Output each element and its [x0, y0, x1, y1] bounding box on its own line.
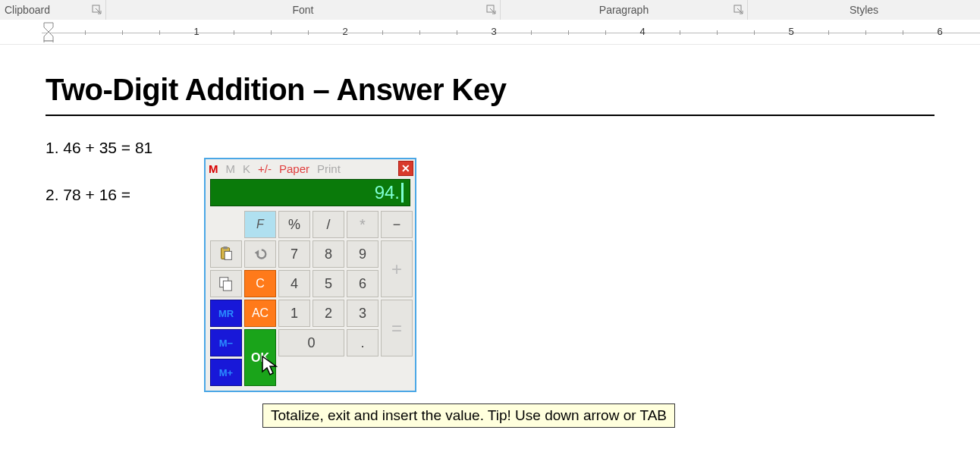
calc-menu-k[interactable]: K	[243, 162, 250, 175]
undo-icon[interactable]	[244, 240, 276, 268]
document-body[interactable]: Two-Digit Addition – Answer Key 1. 46 + …	[46, 73, 934, 232]
calculator-display-value: 94.	[375, 182, 400, 203]
dialog-launcher-icon[interactable]	[486, 5, 497, 15]
key-1[interactable]: 1	[278, 300, 310, 327]
key-allclear[interactable]: AC	[244, 300, 276, 327]
ribbon-group-label: Clipboard	[5, 4, 50, 16]
key-clear[interactable]: C	[244, 270, 276, 297]
key-divide[interactable]: /	[313, 211, 344, 238]
key-0[interactable]: 0	[278, 329, 344, 356]
paste-icon[interactable]	[210, 240, 242, 268]
ribbon-group-font: Font	[106, 0, 501, 20]
dialog-launcher-icon[interactable]	[733, 5, 744, 15]
key-4[interactable]: 4	[278, 270, 310, 297]
key-7[interactable]: 7	[278, 240, 310, 268]
key-6[interactable]: 6	[347, 270, 378, 297]
svg-rect-8	[225, 251, 231, 259]
key-8[interactable]: 8	[313, 240, 344, 268]
key-5[interactable]: 5	[313, 270, 344, 297]
ribbon-group-label: Font	[292, 4, 313, 16]
svg-rect-5	[44, 41, 53, 42]
calc-menu-print[interactable]: Print	[317, 162, 341, 175]
ruler-tick-label: 3	[491, 26, 496, 37]
ruler-tick-label: 1	[193, 26, 199, 37]
tooltip: Totalize, exit and insert the value. Tip…	[262, 403, 675, 428]
display-cursor	[401, 183, 404, 203]
ruler-tick-label: 5	[788, 26, 793, 37]
copy-icon[interactable]	[210, 270, 242, 297]
spacer	[210, 211, 242, 238]
key-f[interactable]: F	[244, 211, 276, 238]
calculator-display: 94.	[210, 179, 410, 206]
page-title: Two-Digit Addition – Answer Key	[46, 73, 934, 116]
close-icon[interactable]: ✕	[398, 161, 413, 176]
ribbon-group-label: Paragraph	[599, 4, 649, 16]
key-mr[interactable]: MR	[210, 300, 242, 327]
calculator-popup[interactable]: M M K +/- Paper Print ✕ 94. F % / * − 7 …	[204, 158, 416, 392]
svg-rect-7	[223, 246, 228, 250]
calc-menu-m[interactable]: M	[209, 162, 218, 175]
ruler-tick-label: 6	[937, 26, 942, 37]
ribbon-group-paragraph: Paragraph	[501, 0, 748, 20]
line-1: 1. 46 + 35 = 81	[46, 137, 934, 159]
calculator-keypad: F % / * − 7 8 9 + C 4 5 6 MR AC 1 2 3 = …	[206, 208, 415, 391]
key-equals[interactable]: =	[381, 300, 413, 356]
key-3[interactable]: 3	[347, 300, 378, 327]
ruler-tick-label: 4	[639, 26, 645, 37]
key-9[interactable]: 9	[347, 240, 378, 268]
ribbon-group-styles: Styles	[748, 0, 980, 20]
key-subtract[interactable]: −	[381, 211, 413, 238]
key-dot[interactable]: .	[347, 329, 378, 356]
calculator-menu: M M K +/- Paper Print ✕	[206, 159, 415, 177]
key-add[interactable]: +	[381, 240, 413, 297]
calc-menu-m2[interactable]: M	[226, 162, 236, 175]
calc-menu-pm[interactable]: +/-	[258, 162, 272, 175]
key-mminus[interactable]: M−	[210, 329, 242, 356]
spacer	[278, 359, 378, 386]
key-ok[interactable]: OK	[244, 329, 276, 386]
key-2[interactable]: 2	[313, 300, 344, 327]
key-multiply[interactable]: *	[347, 211, 378, 238]
line-2: 2. 78 + 16 =	[46, 184, 934, 206]
ribbon-group-labels: Clipboard Font Paragraph Styles	[0, 0, 980, 20]
ruler-tick-label: 2	[342, 26, 347, 37]
ribbon-group-label: Styles	[850, 4, 878, 16]
calc-menu-paper[interactable]: Paper	[279, 162, 309, 175]
ruler[interactable]: 1 2 3 4 5 6	[0, 20, 980, 45]
dialog-launcher-icon[interactable]	[92, 5, 102, 15]
key-mplus[interactable]: M+	[210, 359, 242, 386]
key-percent[interactable]: %	[278, 211, 310, 238]
ribbon-group-clipboard: Clipboard	[0, 0, 106, 20]
svg-rect-11	[223, 281, 231, 290]
